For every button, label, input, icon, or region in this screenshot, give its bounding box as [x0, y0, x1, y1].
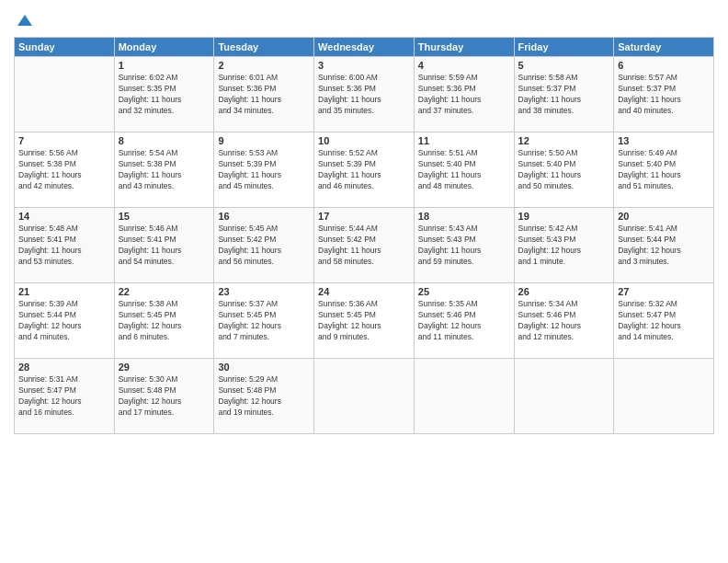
day-info: Sunrise: 5:34 AM Sunset: 5:46 PM Dayligh… [518, 299, 610, 343]
day-number: 6 [618, 60, 710, 71]
day-number: 13 [618, 135, 710, 146]
day-info: Sunrise: 5:35 AM Sunset: 5:46 PM Dayligh… [418, 299, 510, 343]
day-cell: 9Sunrise: 5:53 AM Sunset: 5:39 PM Daylig… [214, 132, 314, 208]
day-info: Sunrise: 5:51 AM Sunset: 5:40 PM Dayligh… [418, 148, 510, 192]
day-cell [314, 359, 415, 434]
day-info: Sunrise: 5:49 AM Sunset: 5:40 PM Dayligh… [618, 148, 710, 192]
day-info: Sunrise: 5:57 AM Sunset: 5:37 PM Dayligh… [618, 73, 710, 117]
day-info: Sunrise: 5:46 AM Sunset: 5:41 PM Dayligh… [119, 224, 210, 268]
day-info: Sunrise: 5:45 AM Sunset: 5:42 PM Dayligh… [218, 224, 310, 268]
day-cell: 26Sunrise: 5:34 AM Sunset: 5:46 PM Dayli… [514, 283, 614, 359]
day-info: Sunrise: 5:56 AM Sunset: 5:38 PM Dayligh… [18, 148, 110, 192]
day-cell: 10Sunrise: 5:52 AM Sunset: 5:39 PM Dayli… [314, 132, 415, 208]
day-number: 20 [618, 211, 710, 222]
day-cell: 22Sunrise: 5:38 AM Sunset: 5:45 PM Dayli… [114, 283, 214, 359]
day-info: Sunrise: 6:00 AM Sunset: 5:36 PM Dayligh… [318, 73, 410, 117]
day-cell: 3Sunrise: 6:00 AM Sunset: 5:36 PM Daylig… [314, 57, 415, 132]
day-cell: 12Sunrise: 5:50 AM Sunset: 5:40 PM Dayli… [514, 132, 614, 208]
day-number: 2 [218, 60, 310, 71]
day-number: 18 [418, 211, 510, 222]
day-cell: 17Sunrise: 5:44 AM Sunset: 5:42 PM Dayli… [314, 208, 415, 283]
day-cell: 6Sunrise: 5:57 AM Sunset: 5:37 PM Daylig… [614, 57, 714, 132]
day-cell: 19Sunrise: 5:42 AM Sunset: 5:43 PM Dayli… [514, 208, 614, 283]
logo-icon [16, 13, 34, 31]
day-cell: 7Sunrise: 5:56 AM Sunset: 5:38 PM Daylig… [15, 132, 115, 208]
week-row: 7Sunrise: 5:56 AM Sunset: 5:38 PM Daylig… [15, 132, 714, 208]
day-number: 4 [418, 60, 510, 71]
day-cell [414, 359, 514, 434]
day-info: Sunrise: 5:30 AM Sunset: 5:48 PM Dayligh… [119, 374, 210, 419]
day-cell: 11Sunrise: 5:51 AM Sunset: 5:40 PM Dayli… [414, 132, 514, 208]
day-number: 30 [218, 362, 310, 373]
day-number: 12 [518, 135, 610, 146]
day-info: Sunrise: 5:59 AM Sunset: 5:36 PM Dayligh… [418, 73, 510, 117]
day-number: 1 [119, 60, 210, 71]
header-day: Saturday [614, 38, 714, 57]
day-info: Sunrise: 5:54 AM Sunset: 5:38 PM Dayligh… [119, 148, 210, 192]
day-info: Sunrise: 5:58 AM Sunset: 5:37 PM Dayligh… [518, 73, 610, 117]
day-info: Sunrise: 5:31 AM Sunset: 5:47 PM Dayligh… [18, 374, 110, 419]
header-day: Monday [114, 38, 214, 57]
day-cell: 20Sunrise: 5:41 AM Sunset: 5:44 PM Dayli… [614, 208, 714, 283]
header-day: Thursday [414, 38, 514, 57]
day-info: Sunrise: 6:01 AM Sunset: 5:36 PM Dayligh… [218, 73, 310, 117]
day-info: Sunrise: 5:29 AM Sunset: 5:48 PM Dayligh… [218, 374, 310, 419]
header-day: Friday [514, 38, 614, 57]
day-info: Sunrise: 5:38 AM Sunset: 5:45 PM Dayligh… [119, 299, 210, 343]
day-info: Sunrise: 5:53 AM Sunset: 5:39 PM Dayligh… [218, 148, 310, 192]
day-info: Sunrise: 5:39 AM Sunset: 5:44 PM Dayligh… [18, 299, 110, 343]
header [14, 9, 714, 31]
day-number: 3 [318, 60, 410, 71]
day-cell: 24Sunrise: 5:36 AM Sunset: 5:45 PM Dayli… [314, 283, 415, 359]
day-cell: 15Sunrise: 5:46 AM Sunset: 5:41 PM Dayli… [114, 208, 214, 283]
day-cell: 27Sunrise: 5:32 AM Sunset: 5:47 PM Dayli… [614, 283, 714, 359]
day-info: Sunrise: 5:32 AM Sunset: 5:47 PM Dayligh… [618, 299, 710, 343]
day-cell: 2Sunrise: 6:01 AM Sunset: 5:36 PM Daylig… [214, 57, 314, 132]
day-number: 7 [18, 135, 110, 146]
day-info: Sunrise: 6:02 AM Sunset: 5:35 PM Dayligh… [119, 73, 210, 117]
day-info: Sunrise: 5:36 AM Sunset: 5:45 PM Dayligh… [318, 299, 410, 343]
day-number: 23 [218, 286, 310, 297]
week-row: 1Sunrise: 6:02 AM Sunset: 5:35 PM Daylig… [15, 57, 714, 132]
logo [14, 13, 34, 31]
week-row: 28Sunrise: 5:31 AM Sunset: 5:47 PM Dayli… [15, 359, 714, 434]
day-info: Sunrise: 5:52 AM Sunset: 5:39 PM Dayligh… [318, 148, 410, 192]
week-row: 14Sunrise: 5:48 AM Sunset: 5:41 PM Dayli… [15, 208, 714, 283]
header-day: Sunday [15, 38, 115, 57]
day-cell: 1Sunrise: 6:02 AM Sunset: 5:35 PM Daylig… [114, 57, 214, 132]
day-cell: 29Sunrise: 5:30 AM Sunset: 5:48 PM Dayli… [114, 359, 214, 434]
day-number: 19 [518, 211, 610, 222]
day-number: 17 [318, 211, 410, 222]
day-info: Sunrise: 5:48 AM Sunset: 5:41 PM Dayligh… [18, 224, 110, 268]
header-row: SundayMondayTuesdayWednesdayThursdayFrid… [15, 38, 714, 57]
day-cell: 28Sunrise: 5:31 AM Sunset: 5:47 PM Dayli… [15, 359, 115, 434]
day-number: 26 [518, 286, 610, 297]
day-number: 21 [18, 286, 110, 297]
day-cell: 18Sunrise: 5:43 AM Sunset: 5:43 PM Dayli… [414, 208, 514, 283]
day-cell: 21Sunrise: 5:39 AM Sunset: 5:44 PM Dayli… [15, 283, 115, 359]
day-number: 25 [418, 286, 510, 297]
day-number: 5 [518, 60, 610, 71]
day-cell: 25Sunrise: 5:35 AM Sunset: 5:46 PM Dayli… [414, 283, 514, 359]
day-number: 8 [119, 135, 210, 146]
day-cell: 13Sunrise: 5:49 AM Sunset: 5:40 PM Dayli… [614, 132, 714, 208]
day-number: 15 [119, 211, 210, 222]
day-number: 9 [218, 135, 310, 146]
day-number: 27 [618, 286, 710, 297]
day-number: 24 [318, 286, 410, 297]
day-number: 10 [318, 135, 410, 146]
day-cell: 30Sunrise: 5:29 AM Sunset: 5:48 PM Dayli… [214, 359, 314, 434]
page: SundayMondayTuesdayWednesdayThursdayFrid… [0, 0, 728, 563]
day-cell: 4Sunrise: 5:59 AM Sunset: 5:36 PM Daylig… [414, 57, 514, 132]
svg-marker-0 [17, 15, 32, 26]
day-number: 29 [119, 362, 210, 373]
day-info: Sunrise: 5:41 AM Sunset: 5:44 PM Dayligh… [618, 224, 710, 268]
day-number: 22 [119, 286, 210, 297]
day-number: 16 [218, 211, 310, 222]
day-info: Sunrise: 5:43 AM Sunset: 5:43 PM Dayligh… [418, 224, 510, 268]
day-cell: 23Sunrise: 5:37 AM Sunset: 5:45 PM Dayli… [214, 283, 314, 359]
day-cell: 8Sunrise: 5:54 AM Sunset: 5:38 PM Daylig… [114, 132, 214, 208]
header-day: Wednesday [314, 38, 415, 57]
day-info: Sunrise: 5:44 AM Sunset: 5:42 PM Dayligh… [318, 224, 410, 268]
header-day: Tuesday [214, 38, 314, 57]
